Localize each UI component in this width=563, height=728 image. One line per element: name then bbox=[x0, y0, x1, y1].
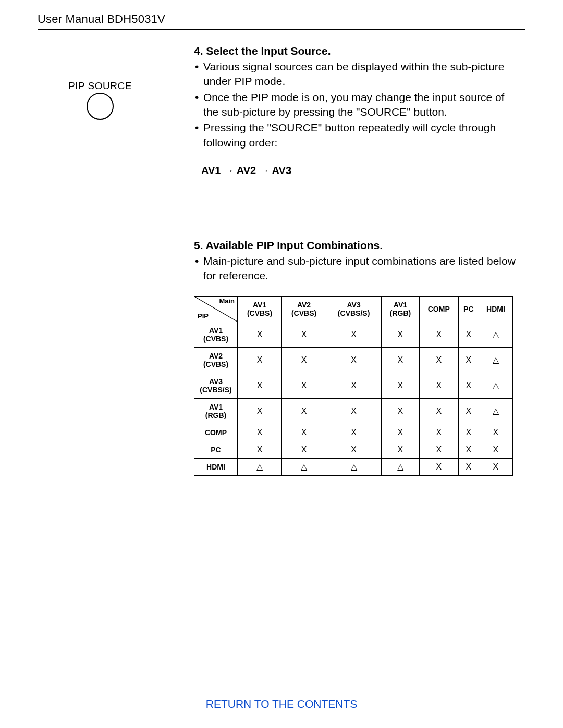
table-cell: X bbox=[458, 441, 479, 458]
diag-top-label: Main bbox=[219, 298, 235, 305]
col-header: AV1(RGB) bbox=[382, 296, 420, 322]
table-cell: X bbox=[479, 458, 512, 475]
table-row: AV1(RGB) X X X X X X △ bbox=[194, 398, 513, 424]
table-cell: X bbox=[326, 373, 382, 398]
left-column: PIP SOURCE bbox=[38, 45, 194, 120]
table-cell: △ bbox=[382, 458, 420, 475]
table-cell: X bbox=[419, 398, 458, 424]
return-to-contents-link[interactable]: RETURN TO THE CONTENTS bbox=[0, 698, 563, 710]
row-header: AV1(CVBS) bbox=[194, 322, 238, 347]
col-header: AV1(CVBS) bbox=[238, 296, 282, 322]
table-cell: △ bbox=[479, 398, 512, 424]
row-header: HDMI bbox=[194, 458, 238, 475]
table-cell: X bbox=[419, 424, 458, 441]
table-cell: X bbox=[238, 441, 282, 458]
diag-bottom-label: PIP bbox=[198, 313, 209, 320]
table-cell: X bbox=[382, 347, 420, 373]
table-cell: X bbox=[238, 398, 282, 424]
page-header: User Manual BDH5031V bbox=[38, 13, 525, 30]
table-cell: △ bbox=[238, 458, 282, 475]
table-header-row: Main PIP AV1(CVBS) AV2(CVBS) AV3(CVBS/S) bbox=[194, 296, 513, 322]
table-cell: X bbox=[382, 424, 420, 441]
table-row: AV2(CVBS) X X X X X X △ bbox=[194, 347, 513, 373]
table-cell: X bbox=[419, 441, 458, 458]
table-cell: △ bbox=[479, 347, 512, 373]
table-cell: X bbox=[282, 398, 326, 424]
table-row: AV1(CVBS) X X X X X X △ bbox=[194, 322, 513, 347]
table-cell: △ bbox=[479, 373, 512, 398]
table-cell: X bbox=[458, 347, 479, 373]
table-cell: X bbox=[458, 458, 479, 475]
row-header: PC bbox=[194, 441, 238, 458]
section-5-heading: 5. Available PIP Input Combinations. bbox=[194, 239, 520, 252]
table-cell: X bbox=[326, 424, 382, 441]
table-row: AV3(CVBS/S) X X X X X X △ bbox=[194, 373, 513, 398]
section-5-bullets: Main-picture and sub-picture input combi… bbox=[194, 254, 520, 283]
table-cell: △ bbox=[326, 458, 382, 475]
section-4-bullet: Various signal sources can be displayed … bbox=[194, 59, 520, 89]
table-cell: X bbox=[326, 398, 382, 424]
pip-combination-table: Main PIP AV1(CVBS) AV2(CVBS) AV3(CVBS/S) bbox=[194, 296, 513, 476]
pip-source-button-illustration: PIP SOURCE bbox=[48, 80, 152, 120]
table-cell: X bbox=[458, 398, 479, 424]
pip-source-label: PIP SOURCE bbox=[48, 80, 152, 92]
table-cell: X bbox=[458, 322, 479, 347]
table-row: COMP X X X X X X X bbox=[194, 424, 513, 441]
table-cell: X bbox=[458, 373, 479, 398]
table-cell: X bbox=[282, 347, 326, 373]
row-header: AV3(CVBS/S) bbox=[194, 373, 238, 398]
content-columns: PIP SOURCE 4. Select the Input Source. V… bbox=[38, 45, 525, 476]
col-header: PC bbox=[458, 296, 479, 322]
page: User Manual BDH5031V PIP SOURCE 4. Selec… bbox=[0, 0, 563, 728]
section-5-bullet: Main-picture and sub-picture input combi… bbox=[194, 254, 520, 283]
section-4-bullets: Various signal sources can be displayed … bbox=[194, 59, 520, 150]
row-header: COMP bbox=[194, 424, 238, 441]
table-cell: X bbox=[326, 322, 382, 347]
table-cell: X bbox=[238, 373, 282, 398]
table-row: HDMI △ △ △ △ X X X bbox=[194, 458, 513, 475]
section-4-heading: 4. Select the Input Source. bbox=[194, 45, 520, 57]
table-cell: X bbox=[282, 322, 326, 347]
pip-source-circle-icon bbox=[87, 93, 114, 120]
table-cell: X bbox=[419, 458, 458, 475]
table-cell: X bbox=[382, 322, 420, 347]
table-cell: X bbox=[479, 441, 512, 458]
table-cell: X bbox=[419, 373, 458, 398]
table-cell: X bbox=[326, 347, 382, 373]
right-column: 4. Select the Input Source. Various sign… bbox=[194, 45, 525, 476]
col-header: AV2(CVBS) bbox=[282, 296, 326, 322]
table-corner-cell: Main PIP bbox=[194, 296, 238, 322]
table-cell: X bbox=[382, 441, 420, 458]
table-cell: X bbox=[282, 441, 326, 458]
col-header: HDMI bbox=[479, 296, 512, 322]
section-4-bullet: Pressing the "SOURCE" button repeatedly … bbox=[194, 120, 520, 150]
col-header: AV3(CVBS/S) bbox=[326, 296, 382, 322]
table-cell: X bbox=[238, 347, 282, 373]
table-row: PC X X X X X X X bbox=[194, 441, 513, 458]
table-cell: X bbox=[382, 373, 420, 398]
table-cell: X bbox=[238, 322, 282, 347]
table-cell: X bbox=[238, 424, 282, 441]
table-cell: △ bbox=[282, 458, 326, 475]
table-cell: X bbox=[458, 424, 479, 441]
col-header: COMP bbox=[419, 296, 458, 322]
table-cell: X bbox=[282, 373, 326, 398]
table-cell: X bbox=[419, 322, 458, 347]
table-cell: △ bbox=[479, 322, 512, 347]
row-header: AV1(RGB) bbox=[194, 398, 238, 424]
table-cell: X bbox=[382, 398, 420, 424]
source-cycle-order: AV1 → AV2 → AV3 bbox=[201, 165, 520, 177]
row-header: AV2(CVBS) bbox=[194, 347, 238, 373]
table-cell: X bbox=[419, 347, 458, 373]
table-cell: X bbox=[282, 424, 326, 441]
table-cell: X bbox=[326, 441, 382, 458]
section-4-bullet: Once the PIP mode is on, you may change … bbox=[194, 90, 520, 120]
table-cell: X bbox=[479, 424, 512, 441]
